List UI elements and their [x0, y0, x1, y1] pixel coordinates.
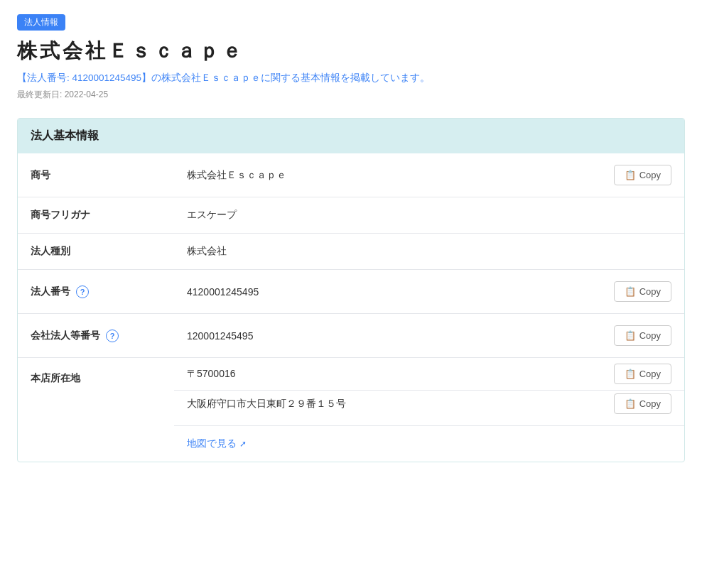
copy-icon: 📋 [625, 369, 636, 379]
action-cell: 📋 Copy [601, 358, 684, 391]
page-description: 【法人番号: 4120001245495】の株式会社Ｅｓｃａｐｅに関する基本情報… [17, 72, 685, 85]
label-cell-address: 本店所在地 [18, 358, 174, 462]
copy-icon: 📋 [625, 398, 636, 409]
help-icon-company[interactable]: ? [106, 330, 119, 342]
field-label-company-number: 会社法人等番号 [31, 330, 100, 342]
table-row-address-postal: 本店所在地 〒5700016 📋 Copy [18, 358, 684, 391]
field-label-furigana: 商号フリガナ [31, 209, 90, 222]
value-cell-shogo: 株式会社Ｅｓｃａｐｅ [174, 153, 601, 197]
basic-info-section: 法人基本情報 商号 株式会社Ｅｓｃａｐｅ 📋 Copy [17, 118, 685, 462]
copy-button-company[interactable]: 📋 Copy [614, 325, 671, 346]
value-cell-type: 株式会社 [174, 234, 601, 270]
value-cell-map: 地図で見る ➚ [174, 426, 684, 462]
copy-label: Copy [639, 286, 661, 297]
table-row: 法人種別 株式会社 [18, 234, 684, 270]
value-cell-postal: 〒5700016 [174, 358, 601, 391]
copy-icon: 📋 [625, 330, 636, 341]
copy-label: Copy [639, 398, 661, 409]
copy-icon: 📋 [625, 286, 636, 297]
value-cell-furigana: エスケープ [174, 197, 601, 234]
label-cell: 商号フリガナ [18, 197, 174, 234]
value-cell-address-line: 大阪府守口市大日東町２９番１５号 [174, 391, 601, 426]
info-table: 商号 株式会社Ｅｓｃａｐｅ 📋 Copy 商号フリガナ [18, 153, 684, 462]
action-cell-empty [601, 197, 684, 234]
field-label-shogo: 商号 [31, 169, 50, 182]
copy-button-address[interactable]: 📋 Copy [614, 393, 671, 414]
copy-label: Copy [639, 330, 661, 341]
action-cell: 📋 Copy [601, 391, 684, 426]
table-row: 会社法人等番号 ? 120001245495 📋 Copy [18, 314, 684, 358]
value-cell-company-number: 120001245495 [174, 314, 601, 358]
label-cell: 法人番号 ? [18, 270, 174, 314]
table-row: 商号 株式会社Ｅｓｃａｐｅ 📋 Copy [18, 153, 684, 197]
copy-button-postal[interactable]: 📋 Copy [614, 364, 671, 384]
action-cell: 📋 Copy [601, 153, 684, 197]
copy-button-shogo[interactable]: 📋 Copy [614, 165, 671, 185]
section-title: 法人基本情報 [18, 119, 684, 153]
label-cell: 法人種別 [18, 234, 174, 270]
legal-info-badge: 法人情報 [17, 14, 65, 31]
page-title: 株式会社Ｅｓｃａｐｅ [17, 38, 685, 65]
copy-label: Copy [639, 170, 661, 180]
table-row: 法人番号 ? 4120001245495 📋 Copy [18, 270, 684, 314]
copy-button-hojin[interactable]: 📋 Copy [614, 281, 671, 302]
map-link[interactable]: 地図で見る ➚ [187, 437, 247, 450]
last-updated: 最終更新日: 2022-04-25 [17, 89, 685, 101]
help-icon-hojin[interactable]: ? [76, 285, 89, 298]
label-cell: 会社法人等番号 ? [18, 314, 174, 358]
copy-icon: 📋 [625, 170, 636, 180]
action-cell: 📋 Copy [601, 314, 684, 358]
action-cell: 📋 Copy [601, 270, 684, 314]
external-link-icon: ➚ [239, 439, 247, 449]
map-link-label: 地図で見る [187, 437, 237, 450]
label-cell: 商号 [18, 153, 174, 197]
action-cell-empty [601, 234, 684, 270]
table-row: 商号フリガナ エスケープ [18, 197, 684, 234]
field-label-type: 法人種別 [31, 245, 70, 258]
field-label-hojin-number: 法人番号 [31, 285, 70, 298]
value-cell-hojin-number: 4120001245495 [174, 270, 601, 314]
copy-label: Copy [639, 369, 661, 379]
field-label-address: 本店所在地 [31, 372, 80, 385]
